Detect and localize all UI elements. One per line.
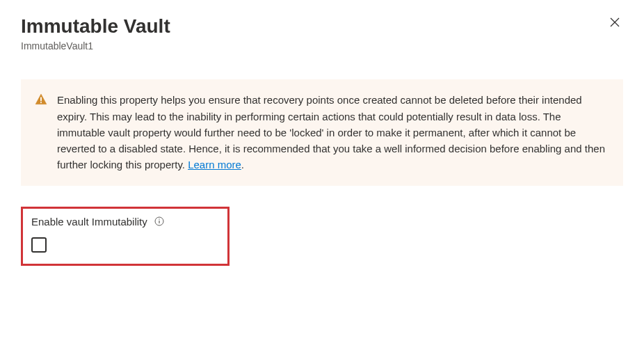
warning-text: Enabling this property helps you ensure … [57,92,609,173]
enable-immutability-label: Enable vault Immutability [31,216,147,228]
enable-immutability-checkbox[interactable] [31,237,47,253]
warning-icon [35,93,47,109]
warning-message: Enabling this property helps you ensure … [57,94,605,170]
header-text-block: Immutable Vault ImmutableVault1 [21,14,170,51]
control-label-row: Enable vault Immutability [31,216,219,228]
close-icon [609,17,620,30]
info-icon[interactable] [154,216,164,226]
svg-rect-3 [40,102,42,104]
page-title: Immutable Vault [21,14,170,39]
page-subtitle: ImmutableVault1 [21,40,170,51]
svg-point-6 [159,218,159,219]
warning-banner: Enabling this property helps you ensure … [21,79,623,185]
panel-header: Immutable Vault ImmutableVault1 [21,14,623,51]
close-button[interactable] [606,14,623,33]
learn-more-link[interactable]: Learn more [188,159,241,170]
svg-rect-2 [40,97,42,102]
enable-immutability-section: Enable vault Immutability [21,207,230,266]
